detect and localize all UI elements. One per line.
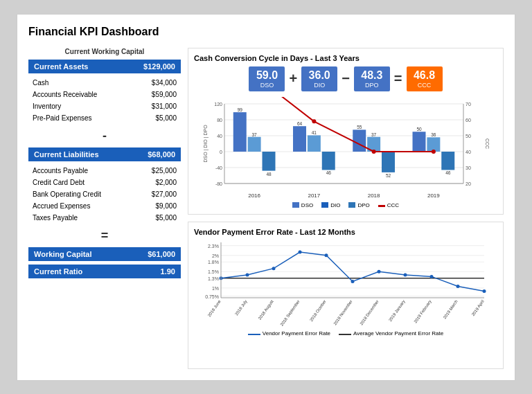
- svg-text:40: 40: [466, 150, 471, 154]
- minus-operator: -: [28, 129, 181, 143]
- svg-text:48: 48: [266, 171, 272, 176]
- asset-item: Cash$34,000: [30, 78, 179, 88]
- svg-text:0: 0: [220, 150, 222, 154]
- dpo-legend-color: [348, 202, 355, 208]
- minus-op: −: [342, 71, 350, 87]
- svg-text:2018 June: 2018 June: [207, 298, 222, 317]
- ccc-legend-color: [378, 205, 385, 207]
- svg-text:80: 80: [217, 118, 222, 123]
- svg-text:2018 December: 2018 December: [359, 299, 379, 325]
- svg-rect-24: [263, 152, 276, 171]
- current-ratio-bar: Current Ratio 1.90: [28, 265, 181, 278]
- svg-point-49: [312, 119, 316, 123]
- svg-text:2018 October: 2018 October: [309, 299, 327, 322]
- svg-text:2019 February: 2019 February: [414, 299, 432, 323]
- svg-text:-40: -40: [215, 165, 222, 170]
- svg-point-80: [483, 289, 486, 293]
- svg-text:37: 37: [371, 132, 377, 136]
- ccc-label: CCC: [414, 82, 436, 89]
- svg-text:50: 50: [466, 134, 471, 138]
- svg-text:-80: -80: [215, 181, 222, 186]
- svg-text:1.8%: 1.8%: [208, 260, 219, 265]
- svg-text:46: 46: [326, 170, 332, 175]
- working-capital-title: Current Working Capital: [28, 48, 181, 55]
- dpo-value: 48.3: [361, 69, 383, 82]
- svg-text:2019 January: 2019 January: [388, 299, 406, 322]
- svg-point-77: [404, 273, 407, 276]
- ccc-value: 46.8: [414, 69, 436, 82]
- legend-error-rate: Vendor Payment Error Rate: [248, 330, 330, 337]
- svg-text:46: 46: [445, 170, 451, 175]
- svg-text:37: 37: [252, 132, 258, 136]
- dso-box: 59.0 DSO: [249, 66, 285, 91]
- svg-point-74: [325, 253, 328, 257]
- ccc-metrics: 59.0 DSO + 36.0 DIO − 48.3 DPO = 46.8 CC…: [194, 66, 497, 91]
- svg-text:52: 52: [386, 172, 391, 177]
- legend-dio: DIO: [321, 202, 340, 208]
- svg-text:2019 April: 2019 April: [471, 299, 485, 316]
- current-liabilities-value: $68,000: [148, 150, 175, 159]
- legend-dso: DSO: [292, 202, 313, 208]
- equals-operator: =: [28, 229, 181, 243]
- legend-dio-label: DIO: [330, 202, 340, 208]
- svg-text:0.75%: 0.75%: [205, 294, 219, 298]
- dso-label: DSO: [256, 82, 278, 89]
- dio-label: DIO: [308, 82, 330, 89]
- working-capital-bar: Working Capital $61,000: [28, 247, 181, 261]
- plus-op: +: [289, 71, 297, 87]
- svg-text:70: 70: [466, 102, 471, 107]
- svg-rect-29: [308, 135, 321, 152]
- current-liabilities-bar: Current Liabilities $68,000: [28, 147, 181, 161]
- svg-rect-41: [413, 132, 426, 152]
- asset-item: Accounts Receivable$59,000: [30, 89, 179, 100]
- svg-text:36: 36: [431, 132, 436, 137]
- svg-text:2017: 2017: [308, 192, 320, 199]
- svg-rect-31: [322, 152, 335, 170]
- svg-text:2018: 2018: [368, 192, 380, 199]
- svg-text:2019: 2019: [427, 192, 440, 199]
- svg-rect-43: [427, 137, 440, 152]
- current-liabilities-label: Current Liabilities: [34, 150, 99, 159]
- svg-point-50: [372, 150, 376, 154]
- legend-error-rate-label: Vendor Payment Error Rate: [263, 330, 330, 337]
- svg-text:2018 July: 2018 July: [234, 299, 248, 316]
- svg-text:55: 55: [357, 125, 362, 129]
- ccc-panel: Cash Conversion Cycle in Days - Last 3 Y…: [188, 48, 504, 215]
- dashboard-title: Financial KPI Dashboard: [28, 26, 504, 38]
- liability-item: Accounts Payable$25,000: [30, 165, 179, 176]
- current-assets-label: Current Assets: [34, 62, 88, 71]
- dio-legend-color: [321, 202, 328, 208]
- svg-text:99: 99: [238, 107, 243, 112]
- svg-rect-38: [382, 152, 395, 172]
- svg-point-71: [246, 273, 249, 276]
- legend-dpo-label: DPO: [357, 202, 369, 208]
- svg-text:2019 March: 2019 March: [443, 299, 459, 319]
- right-panel: Cash Conversion Cycle in Days - Last 3 Y…: [188, 48, 504, 369]
- legend-ccc: CCC: [378, 202, 399, 208]
- svg-point-75: [351, 279, 355, 283]
- error-rate-legend-color: [248, 334, 260, 335]
- svg-text:2018 November: 2018 November: [332, 299, 353, 325]
- svg-rect-34: [353, 129, 366, 152]
- liability-item: Bank Operating Credit$27,000: [30, 189, 179, 199]
- working-capital-value: $61,000: [148, 250, 175, 258]
- svg-point-73: [299, 250, 302, 253]
- current-assets-value: $129,000: [143, 62, 175, 71]
- dio-box: 36.0 DIO: [301, 66, 337, 91]
- svg-text:1%: 1%: [212, 285, 219, 290]
- dashboard: Financial KPI Dashboard Current Working …: [17, 14, 515, 381]
- dpo-box: 48.3 DPO: [354, 66, 390, 91]
- left-panel: Current Working Capital Current Assets $…: [28, 48, 181, 369]
- svg-point-76: [378, 269, 381, 273]
- liability-item: Taxes Payable$5,000: [30, 213, 179, 223]
- avg-legend-color: [339, 334, 351, 335]
- vendor-legend: Vendor Payment Error Rate Average Vendor…: [194, 330, 497, 337]
- svg-point-72: [272, 267, 276, 270]
- vendor-title: Vendor Payment Error Rate - Last 12 Mont…: [194, 228, 497, 236]
- vendor-chart: 0.75%1%1.3%1.5%1.8%2%2.3%2018 June2018 J…: [194, 239, 497, 329]
- svg-rect-22: [248, 136, 261, 151]
- svg-text:120: 120: [214, 102, 222, 107]
- svg-point-51: [432, 150, 436, 154]
- liabilities-table: Accounts Payable$25,000Credit Card Debt$…: [28, 164, 181, 224]
- svg-text:1.3%: 1.3%: [208, 276, 219, 280]
